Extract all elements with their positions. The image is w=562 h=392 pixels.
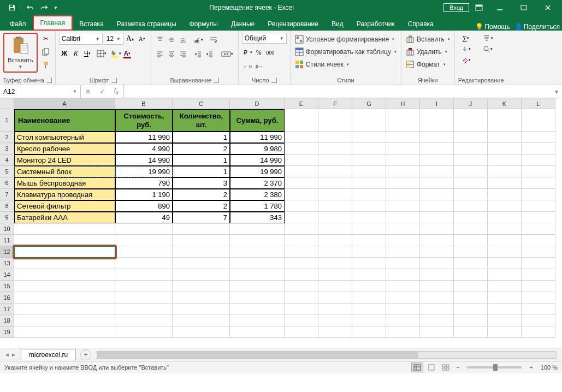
- font-size-dropdown[interactable]: 12▼: [104, 33, 123, 45]
- cell[interactable]: [352, 223, 386, 235]
- cell[interactable]: 11 990: [230, 132, 285, 143]
- cell[interactable]: [14, 292, 115, 304]
- cell[interactable]: 2: [173, 143, 230, 155]
- name-box[interactable]: A12▼: [0, 85, 81, 98]
- merge-button[interactable]: ▾: [220, 49, 235, 60]
- zoom-out-button[interactable]: −: [454, 364, 462, 371]
- cell[interactable]: Стол компьютерный: [14, 132, 115, 143]
- grow-font-button[interactable]: A▴: [125, 33, 135, 44]
- cell[interactable]: 1: [173, 132, 230, 143]
- cell[interactable]: [386, 200, 420, 212]
- cell[interactable]: [285, 269, 318, 281]
- copy-button[interactable]: [40, 46, 52, 58]
- cell[interactable]: [420, 315, 454, 326]
- select-all-corner[interactable]: [0, 98, 14, 109]
- cell[interactable]: [488, 155, 522, 166]
- cell[interactable]: [14, 315, 115, 326]
- zoom-in-button[interactable]: +: [527, 364, 535, 371]
- tab-view[interactable]: Вид: [325, 17, 350, 31]
- cell[interactable]: [318, 223, 352, 235]
- cell[interactable]: [488, 246, 522, 258]
- cell[interactable]: [488, 304, 522, 315]
- cell[interactable]: Сумма, руб.: [230, 109, 285, 132]
- cell[interactable]: [230, 235, 285, 246]
- row-header[interactable]: 14: [0, 269, 14, 281]
- col-header[interactable]: D: [230, 98, 285, 109]
- cell[interactable]: [420, 212, 454, 223]
- cell[interactable]: Стоимость, руб.: [115, 109, 173, 132]
- cell[interactable]: [522, 246, 555, 258]
- cell[interactable]: [522, 292, 555, 304]
- align-top-button[interactable]: [155, 34, 165, 45]
- number-launcher[interactable]: [271, 78, 277, 83]
- tab-data[interactable]: Данные: [224, 17, 261, 31]
- decrease-decimal-button[interactable]: .0→: [253, 61, 264, 72]
- cell[interactable]: [352, 189, 386, 200]
- cell[interactable]: [386, 269, 420, 281]
- horizontal-scrollbar[interactable]: [97, 351, 557, 359]
- cell[interactable]: [454, 189, 488, 200]
- cell[interactable]: [115, 223, 173, 235]
- col-header[interactable]: K: [488, 98, 522, 109]
- cell[interactable]: [420, 143, 454, 155]
- cell[interactable]: [230, 281, 285, 292]
- cell[interactable]: [285, 315, 318, 326]
- font-launcher[interactable]: [111, 78, 117, 83]
- cell[interactable]: [285, 177, 318, 189]
- format-as-table-button[interactable]: Форматировать как таблицу▾: [294, 45, 398, 58]
- underline-button[interactable]: Ч▾: [82, 48, 93, 59]
- sort-filter-button[interactable]: ▾: [480, 33, 495, 44]
- cell[interactable]: [420, 223, 454, 235]
- cell[interactable]: [352, 212, 386, 223]
- cancel-fx-button[interactable]: ✕: [81, 88, 95, 96]
- page-break-view-button[interactable]: [440, 363, 452, 372]
- cell[interactable]: [115, 315, 173, 326]
- cell[interactable]: [488, 166, 522, 177]
- cell[interactable]: [230, 246, 285, 258]
- cell[interactable]: [173, 326, 230, 338]
- row-header[interactable]: 9: [0, 212, 14, 223]
- tab-formulas[interactable]: Формулы: [183, 17, 224, 31]
- cell[interactable]: Клавиатура проводная: [14, 189, 115, 200]
- row-header[interactable]: 17: [0, 304, 14, 315]
- close-button[interactable]: [537, 0, 559, 15]
- cell[interactable]: [285, 200, 318, 212]
- cell[interactable]: [522, 200, 555, 212]
- cell[interactable]: [318, 155, 352, 166]
- zoom-level[interactable]: 100 %: [541, 364, 558, 371]
- cell[interactable]: [318, 235, 352, 246]
- percent-button[interactable]: %: [253, 47, 264, 58]
- cell[interactable]: [352, 292, 386, 304]
- cell[interactable]: [488, 143, 522, 155]
- row-header[interactable]: 19: [0, 326, 14, 338]
- cell[interactable]: [285, 235, 318, 246]
- cell[interactable]: [14, 223, 115, 235]
- cell[interactable]: [352, 235, 386, 246]
- row-header[interactable]: 13: [0, 258, 14, 269]
- decrease-indent-button[interactable]: [193, 49, 204, 60]
- align-bottom-button[interactable]: [178, 34, 188, 45]
- cell[interactable]: [454, 143, 488, 155]
- row-header[interactable]: 3: [0, 143, 14, 155]
- normal-view-button[interactable]: [411, 363, 423, 372]
- cell[interactable]: [522, 258, 555, 269]
- row-header[interactable]: 15: [0, 281, 14, 292]
- cell[interactable]: [454, 315, 488, 326]
- cell[interactable]: [318, 166, 352, 177]
- cell[interactable]: [522, 315, 555, 326]
- cell[interactable]: [352, 166, 386, 177]
- cell[interactable]: [454, 269, 488, 281]
- cell[interactable]: [115, 246, 173, 258]
- cell[interactable]: [230, 315, 285, 326]
- sheet-next-button[interactable]: ►: [11, 352, 16, 358]
- cell[interactable]: [173, 223, 230, 235]
- cell[interactable]: [522, 326, 555, 338]
- cell[interactable]: [420, 304, 454, 315]
- cell[interactable]: Наименование: [14, 109, 115, 132]
- tab-help[interactable]: Справка: [401, 17, 440, 31]
- cell[interactable]: [14, 235, 115, 246]
- cell[interactable]: [386, 315, 420, 326]
- italic-button[interactable]: К: [70, 48, 81, 59]
- cell[interactable]: [454, 223, 488, 235]
- col-header[interactable]: A: [14, 98, 115, 109]
